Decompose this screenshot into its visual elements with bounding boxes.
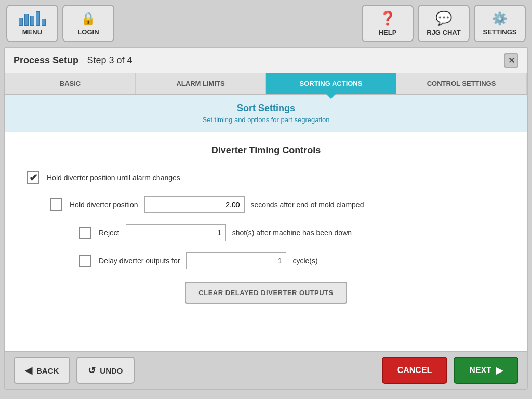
content-area: Diverter Timing Controls ✔ Hold diverter…: [5, 132, 527, 369]
menu-label: MENU: [22, 28, 42, 36]
top-bar-right: ❓ HELP 💬 RJG CHAT ⚙️ SETTINGS: [362, 5, 526, 42]
bottom-bar: ◀ BACK ↺ UNDO CANCEL NEXT ▶: [5, 351, 527, 389]
step-indicator: Step 3 of 4: [87, 55, 132, 65]
checkmark-icon: ✔: [29, 171, 38, 184]
sort-settings-title: Sort Settings: [14, 103, 518, 114]
rjg-chat-button[interactable]: 💬 RJG CHAT: [418, 5, 470, 42]
breadcrumb: Process Setup Step 3 of 4: [14, 55, 132, 66]
chat-icon: 💬: [435, 10, 452, 26]
process-setup-title: Process Setup: [14, 55, 78, 65]
process-header: Process Setup Step 3 of 4 ✕: [5, 48, 527, 73]
section-title: Diverter Timing Controls: [26, 145, 506, 156]
help-icon: ❓: [379, 10, 396, 26]
lock-icon: 🔒: [81, 11, 96, 26]
input-delay-cycles[interactable]: [186, 252, 286, 269]
label-reject-suffix: shot(s) after machine has been down: [232, 229, 352, 237]
menu-icon: [19, 11, 46, 26]
checkbox-hold-until-alarm[interactable]: ✔: [27, 171, 39, 184]
label-reject: Reject: [99, 229, 119, 237]
next-label: NEXT: [469, 366, 491, 375]
undo-label: UNDO: [100, 366, 123, 375]
checkbox-delay-outputs[interactable]: [79, 255, 91, 267]
label-hold-seconds-suffix: seconds after end of mold clamped: [251, 201, 364, 209]
row-delay-outputs: Delay diverter outputs for cycle(s): [26, 252, 506, 269]
cancel-label: CANCEL: [397, 366, 432, 375]
settings-label: SETTINGS: [483, 28, 516, 36]
checkbox-reject-shots[interactable]: [79, 227, 91, 239]
tab-control-settings[interactable]: CONTROL SETTINGS: [396, 73, 527, 94]
login-label: LOGIN: [77, 28, 99, 36]
row-reject-shots: Reject shot(s) after machine has been do…: [26, 224, 506, 241]
input-reject-shots[interactable]: [126, 224, 226, 241]
tab-sorting-actions[interactable]: SORTING ACTIONS: [266, 73, 396, 94]
settings-icon: ⚙️: [492, 11, 508, 26]
label-hold-until-alarm: Hold diverter position until alarm chang…: [47, 174, 180, 182]
undo-button[interactable]: ↺ UNDO: [76, 357, 134, 384]
sort-header: Sort Settings Set timing and options for…: [5, 95, 527, 132]
login-button[interactable]: 🔒 LOGIN: [62, 5, 114, 42]
next-arrow-icon: ▶: [496, 365, 503, 376]
close-button[interactable]: ✕: [504, 53, 518, 68]
next-button[interactable]: NEXT ▶: [454, 357, 518, 384]
tab-bar: BASIC ALARM LIMITS SORTING ACTIONS CONTR…: [5, 73, 527, 95]
back-button[interactable]: ◀ BACK: [14, 357, 70, 384]
label-delay-suffix: cycle(s): [292, 257, 317, 265]
tab-basic[interactable]: BASIC: [5, 73, 136, 94]
row-hold-seconds: Hold diverter position seconds after end…: [26, 196, 506, 213]
settings-button[interactable]: ⚙️ SETTINGS: [474, 5, 526, 42]
input-hold-seconds[interactable]: [144, 196, 245, 213]
row-hold-until-alarm: ✔ Hold diverter position until alarm cha…: [26, 170, 506, 185]
main-area: Process Setup Step 3 of 4 ✕ BASIC ALARM …: [4, 47, 528, 390]
top-bar: MENU 🔒 LOGIN ❓ HELP 💬 RJG CHAT ⚙️ SETTIN…: [0, 0, 532, 47]
back-label: BACK: [36, 366, 59, 375]
cancel-button[interactable]: CANCEL: [382, 357, 448, 384]
clear-delayed-diverter-button[interactable]: CLEAR DELAYED DIVERTER OUTPUTS: [185, 282, 347, 304]
checkbox-hold-seconds[interactable]: [50, 198, 62, 211]
back-arrow-icon: ◀: [25, 365, 32, 376]
rjg-chat-label: RJG CHAT: [427, 29, 460, 36]
sort-settings-subtitle: Set timing and options for part segregat…: [14, 116, 518, 124]
menu-button[interactable]: MENU: [6, 5, 58, 42]
label-hold-position: Hold diverter position: [70, 201, 138, 209]
help-label: HELP: [379, 29, 397, 36]
tab-alarm-limits[interactable]: ALARM LIMITS: [136, 73, 266, 94]
undo-icon: ↺: [88, 365, 96, 376]
help-button[interactable]: ❓ HELP: [362, 5, 414, 42]
label-delay-outputs: Delay diverter outputs for: [99, 257, 180, 265]
